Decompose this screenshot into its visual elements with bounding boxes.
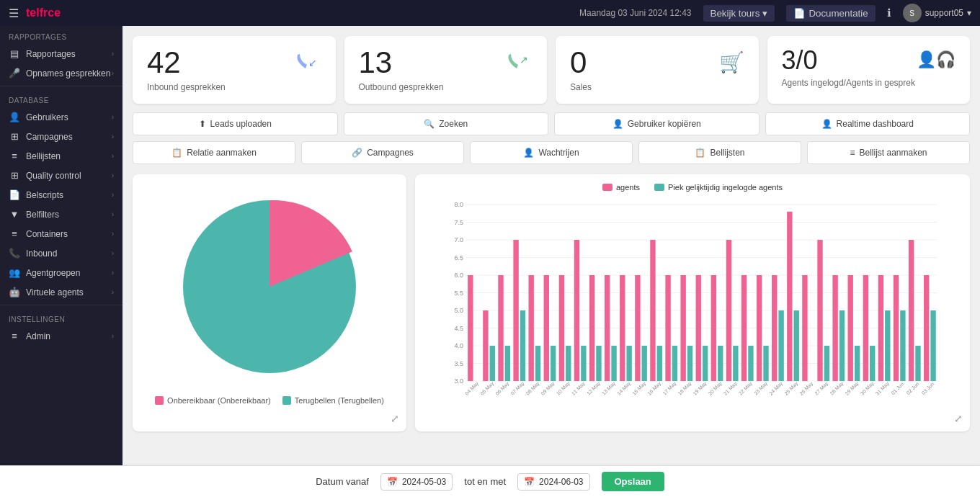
- svg-rect-33: [513, 240, 518, 381]
- menu-hamburger-icon[interactable]: ☰: [9, 6, 19, 20]
- svg-rect-25: [468, 275, 473, 381]
- pie-chart-card: Onbereikbaar (Onbereikbaar) Terugbellen …: [133, 174, 406, 431]
- to-date-value: 2024-06-03: [539, 477, 583, 487]
- svg-text:7.0: 7.0: [454, 236, 463, 243]
- topbar: ☰ telfrce Maandag 03 Juni 2024 12:43 Bek…: [0, 0, 980, 26]
- chevron-right-icon: ›: [112, 230, 114, 238]
- svg-rect-55: [626, 346, 631, 381]
- svg-text:23 May: 23 May: [753, 380, 769, 396]
- svg-text:28 May: 28 May: [829, 380, 845, 396]
- legend-item-terugbellen: Terugbellen (Terugbellen): [282, 396, 384, 405]
- svg-rect-63: [665, 275, 670, 381]
- save-button[interactable]: Opslaan: [602, 472, 664, 491]
- chevron-right-icon: ›: [112, 332, 114, 340]
- svg-rect-76: [733, 346, 738, 381]
- sidebar-item-agentgroepen[interactable]: 👥 Agentgroepen ›: [0, 263, 122, 282]
- svg-rect-52: [611, 346, 616, 381]
- to-date-input[interactable]: 📅 2024-06-03: [517, 473, 589, 491]
- group-icon: 👥: [9, 267, 20, 278]
- leads-upload-button[interactable]: ⬆ Leads uploaden: [133, 112, 338, 135]
- svg-rect-87: [787, 212, 792, 381]
- svg-rect-34: [520, 310, 525, 381]
- sidebar-item-admin[interactable]: ≡ Admin ›: [0, 326, 122, 346]
- svg-text:21 May: 21 May: [723, 380, 739, 396]
- docs-icon: 📄: [793, 8, 806, 19]
- action-buttons-row2: 📋 Relatie aanmaken 🔗 Campagnes 👤 Wachtri…: [133, 141, 970, 164]
- svg-text:29 May: 29 May: [845, 380, 860, 396]
- agents-legend-label: agents: [616, 183, 640, 192]
- peak-legend-color: [654, 184, 664, 191]
- svg-text:08 May: 08 May: [525, 380, 541, 396]
- tours-button[interactable]: Bekijk tours ▾: [703, 5, 775, 22]
- svg-rect-60: [650, 240, 655, 381]
- stat-card-agents: 3/0 👤🎧 Agents ingelogd/Agents in gesprek: [767, 36, 971, 104]
- sidebar-item-bellijsten[interactable]: ≡ Bellijsten ›: [0, 146, 122, 166]
- svg-text:03 Jun: 03 Jun: [921, 381, 935, 395]
- search-button[interactable]: 🔍 Zoeken: [344, 112, 549, 135]
- charts-area: Onbereikbaar (Onbereikbaar) Terugbellen …: [133, 174, 970, 431]
- svg-rect-99: [855, 346, 860, 381]
- svg-text:3.0: 3.0: [454, 377, 463, 385]
- stat-card-outbound: 13 ↗ Outbound gesprekken: [344, 36, 548, 104]
- logo-text: telf: [26, 6, 43, 19]
- sidebar-item-containers[interactable]: ≡ Containers ›: [0, 224, 122, 243]
- svg-rect-51: [605, 275, 610, 381]
- legend-color-terugbellen: [282, 396, 291, 405]
- search-icon: 🔍: [424, 119, 435, 129]
- svg-rect-75: [726, 240, 731, 381]
- bellijsten-button[interactable]: 📋 Bellijsten: [638, 141, 801, 164]
- list-icon: ≡: [9, 151, 20, 161]
- svg-text:10 May: 10 May: [556, 380, 571, 396]
- sidebar-item-label: Quality control: [26, 171, 81, 181]
- relatie-aanmaken-button[interactable]: 📋 Relatie aanmaken: [133, 141, 295, 164]
- wachtrijen-button[interactable]: 👤 Wachtrijen: [470, 141, 633, 164]
- sidebar-item-rapportages[interactable]: ▤ Rapportages ›: [0, 44, 122, 63]
- sidebar-item-inbound[interactable]: 📞 Inbound ›: [0, 243, 122, 263]
- expand-pie-icon[interactable]: ⤢: [391, 413, 399, 424]
- svg-rect-110: [909, 240, 914, 381]
- docs-button[interactable]: 📄 Documentatie: [786, 5, 875, 22]
- svg-text:5.5: 5.5: [454, 290, 463, 297]
- pie-legend: Onbereikbaar (Onbereikbaar) Terugbellen …: [155, 396, 384, 405]
- copy-user-button[interactable]: 👤 Gebruiker kopiëren: [554, 112, 760, 135]
- svg-text:↗: ↗: [520, 54, 528, 66]
- sidebar-item-gebruikers[interactable]: 👤 Gebruikers ›: [0, 107, 122, 127]
- sidebar-item-opnames[interactable]: 🎤 Opnames gesprekken ›: [0, 63, 122, 83]
- sidebar-section-database: DATABASE: [0, 89, 122, 107]
- sidebar-item-belscripts[interactable]: 📄 Belscripts ›: [0, 185, 122, 205]
- svg-rect-72: [711, 275, 716, 381]
- sidebar-section-rapportages: RAPPORTAGES: [0, 26, 122, 44]
- svg-rect-66: [680, 275, 685, 381]
- bellijst-aanmaken-button[interactable]: ≡ Bellijst aanmaken: [807, 141, 970, 164]
- svg-text:14 May: 14 May: [616, 380, 632, 396]
- svg-rect-54: [620, 275, 625, 381]
- sidebar-item-belfilters[interactable]: ▼ Belfilters ›: [0, 205, 122, 224]
- svg-rect-93: [824, 346, 829, 381]
- svg-text:4.0: 4.0: [454, 342, 463, 349]
- from-date-input[interactable]: 📅 2024-05-03: [380, 473, 453, 491]
- svg-rect-107: [894, 275, 899, 381]
- svg-rect-79: [748, 346, 753, 381]
- expand-bar-icon[interactable]: ⤢: [954, 413, 963, 424]
- sidebar-item-campagnes[interactable]: ⊞ Campagnes ›: [0, 127, 122, 146]
- user-menu[interactable]: S support05 ▾: [903, 4, 971, 22]
- container-icon: ≡: [9, 228, 20, 239]
- sidebar-item-label: Agentgroepen: [26, 268, 80, 278]
- bellijsten-label: Bellijsten: [710, 148, 744, 158]
- svg-text:26 May: 26 May: [798, 380, 814, 396]
- info-button[interactable]: ℹ: [887, 6, 891, 19]
- inbound-icon: 📞: [9, 248, 20, 259]
- bellijsten-icon: 📋: [695, 148, 705, 158]
- sidebar-item-quality[interactable]: ⊞ Quality control ›: [0, 166, 122, 185]
- grid-icon: ⊞: [9, 131, 20, 142]
- svg-rect-84: [772, 275, 777, 381]
- sidebar-item-virtuele-agents[interactable]: 🤖 Virtuele agents ›: [0, 282, 122, 302]
- svg-rect-40: [551, 346, 556, 381]
- date-bar: Datum vanaf 📅 2024-05-03 tot en met 📅 20…: [0, 465, 980, 497]
- realtime-dashboard-button[interactable]: 👤 Realtime dashboard: [765, 112, 971, 135]
- legend-label-terugbellen: Terugbellen (Terugbellen): [295, 396, 384, 405]
- campagnes-button[interactable]: 🔗 Campagnes: [301, 141, 464, 164]
- app-logo: telfrce: [26, 6, 61, 19]
- sidebar-item-label: Inbound: [26, 248, 57, 259]
- svg-text:09 May: 09 May: [540, 380, 556, 396]
